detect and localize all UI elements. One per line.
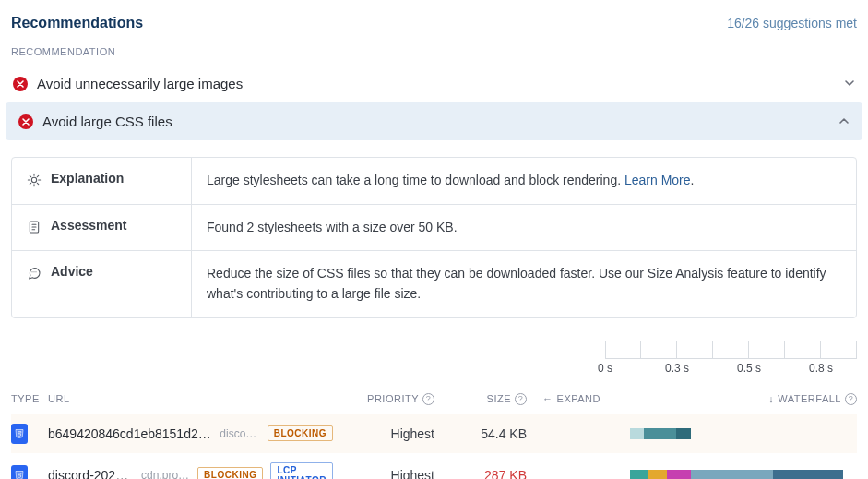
help-icon: ? [515,393,527,405]
learn-more-link[interactable]: Learn More [624,173,691,187]
svg-line-5 [30,175,30,176]
detail-table: Explanation Large stylesheets can take a… [11,157,857,318]
page-title: Recommendations [11,15,143,31]
svg-line-6 [37,183,38,184]
svg-line-7 [30,183,30,184]
blocking-badge: BLOCKING [197,467,263,479]
file-priority: Highest [333,468,434,479]
file-size: 287 KB [434,468,527,479]
file-domain: cdn.prod.websi… [141,469,190,479]
svg-point-0 [31,177,36,182]
help-icon: ? [845,393,857,405]
lightbulb-icon [27,173,42,190]
css-file-icon [11,424,28,444]
detail-row-advice: Advice Reduce the size of CSS files so t… [12,251,856,317]
svg-line-8 [37,175,38,176]
file-domain: discord.com [220,427,259,440]
fail-icon [18,114,33,129]
detail-value: Large stylesheets can take a long time t… [192,158,856,204]
clipboard-icon [27,220,42,237]
detail-key-label: Assessment [51,218,127,233]
detail-row-assessment: Assessment Found 2 stylesheets with a si… [12,205,856,252]
waterfall-bar [623,467,857,479]
file-row[interactable]: discord-2022.24**.min.css cdn.prod.websi… [11,453,857,479]
recommendation-row-expanded[interactable]: Avoid large CSS files [6,102,862,140]
recommendation-label: Avoid large CSS files [42,114,172,129]
help-icon: ? [422,393,434,405]
col-header-expand[interactable]: ← EXPAND [527,393,600,404]
chevron-up-icon [838,114,850,129]
detail-value: Found 2 stylesheets with a size over 50 … [192,205,856,251]
col-header-url: URL [48,393,333,404]
arrow-left-icon: ← [542,393,553,404]
col-header-waterfall[interactable]: ↓ WATERFALL ? [600,393,857,405]
col-header-size[interactable]: SIZE ? [434,393,527,405]
recommendation-row[interactable]: Avoid unnecessarily large images [0,65,868,102]
suggestions-count: 16/26 suggestions met [727,16,857,30]
chat-icon [27,266,42,283]
detail-key-label: Explanation [51,171,124,186]
waterfall-tick-labels: 0 s0.3 s0.5 s0.8 s [11,362,857,375]
files-table-header: TYPE URL PRIORITY ? SIZE ? ← EXPAND ↓ WA… [11,375,857,414]
waterfall-ticks [11,341,857,359]
lcp-initiator-badge: LCP INITIATOR [270,462,333,479]
col-header-priority[interactable]: PRIORITY ? [333,393,434,405]
chevron-down-icon [844,77,855,91]
file-size: 54.4 KB [434,426,527,441]
file-name: b649420846cd1eb8151d2d1065f565a05… [48,426,212,441]
file-name: discord-2022.24**.min.css [48,468,134,479]
file-row[interactable]: b649420846cd1eb8151d2d1065f565a05… disco… [11,414,857,453]
recommendation-label: Avoid unnecessarily large images [37,76,243,91]
fail-icon [13,77,28,91]
detail-value: Reduce the size of CSS files so that the… [192,251,856,317]
css-file-icon [11,465,28,479]
col-header-type: TYPE [11,393,48,404]
detail-row-explanation: Explanation Large stylesheets can take a… [12,158,856,205]
waterfall-bar [623,425,857,442]
detail-key-label: Advice [51,264,93,279]
file-priority: Highest [333,426,434,441]
blocking-badge: BLOCKING [268,425,333,441]
column-header-recommendation: RECOMMENDATION [0,35,868,65]
arrow-down-icon: ↓ [768,393,774,404]
